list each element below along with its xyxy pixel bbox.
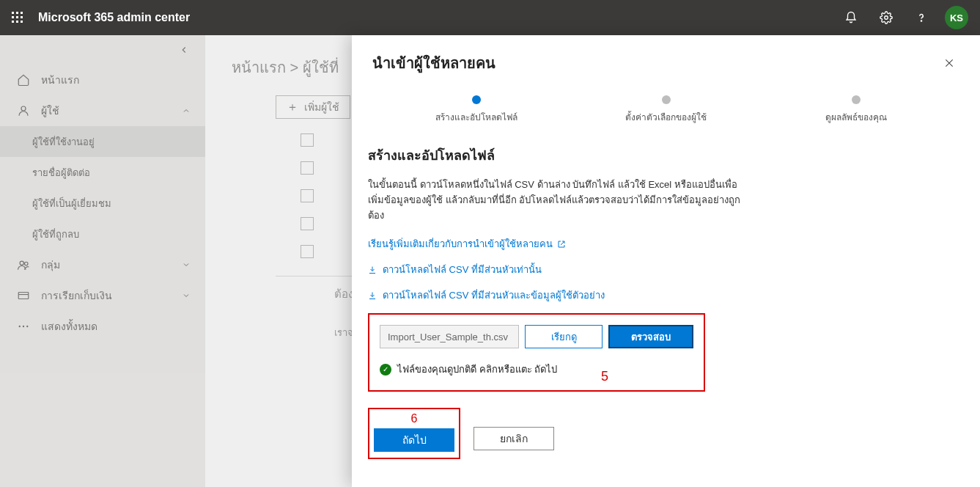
card-icon <box>15 289 32 302</box>
section-description: ในขั้นตอนนี้ ดาวน์โหลดหนึ่งในไฟล์ CSV ด้… <box>368 177 749 223</box>
close-icon[interactable] <box>939 53 959 73</box>
breadcrumb-current: ผู้ใช้ที่ <box>303 59 339 76</box>
success-icon: ✓ <box>380 364 391 376</box>
upload-block: เรียกดู ตรวจสอบ ✓ ไฟล์ของคุณดูปกติดี คลิ… <box>368 313 705 392</box>
home-icon <box>15 73 32 87</box>
notifications-icon[interactable] <box>833 0 869 35</box>
sidebar-item-home[interactable]: หน้าแรก <box>0 65 205 95</box>
checkbox[interactable] <box>301 161 314 175</box>
status-row: ✓ ไฟล์ของคุณดูปกติดี คลิกหรือแตะ ถัดไป <box>380 362 693 377</box>
import-users-panel: นำเข้าผู้ใช้หลายคน สร้างและอัปโหลดไฟล์ ต… <box>352 35 980 487</box>
sidebar-item-billing[interactable]: การเรียกเก็บเงิน <box>0 280 205 311</box>
step-label: สร้างและอัปโหลดไฟล์ <box>435 110 517 124</box>
checkbox[interactable] <box>301 189 314 202</box>
next-wrap: 6 ถัดไป <box>368 408 460 459</box>
step-label: ดูผลลัพธ์ของคุณ <box>825 110 887 124</box>
sidebar: หน้าแรก ผู้ใช้ ผู้ใช้ที่ใช้งานอยู่ รายชื… <box>0 35 205 487</box>
sidebar-item-label: ผู้ใช้ที่ใช้งานอยู่ <box>32 134 95 150</box>
gear-icon[interactable] <box>869 0 904 35</box>
step-options: ตั้งค่าตัวเลือกของผู้ใช้ <box>571 95 761 124</box>
download-icon <box>368 291 377 300</box>
download-icon <box>368 266 377 274</box>
button-label: เพิ่มผู้ใช้ <box>304 99 339 115</box>
download-headers-link[interactable]: ดาวน์โหลดไฟล์ CSV ที่มีส่วนหัวเท่านั้น <box>368 262 951 277</box>
add-user-button[interactable]: ＋ เพิ่มผู้ใช้ <box>276 95 350 119</box>
sidebar-sub-deleted[interactable]: ผู้ใช้ที่ถูกลบ <box>0 219 205 249</box>
annotation-6: 6 <box>374 412 454 425</box>
chevron-down-icon <box>182 291 191 300</box>
sidebar-item-label: แสดงทั้งหมด <box>41 318 97 334</box>
link-label: ดาวน์โหลดไฟล์ CSV ที่มีส่วนหัวเท่านั้น <box>383 262 542 277</box>
svg-point-1 <box>921 21 921 21</box>
app-title: Microsoft 365 admin center <box>38 11 190 24</box>
svg-point-7 <box>23 326 24 327</box>
app-launcher-icon[interactable] <box>6 6 29 29</box>
sidebar-item-showall[interactable]: แสดงทั้งหมด <box>0 311 205 342</box>
svg-point-3 <box>20 261 23 265</box>
svg-point-8 <box>26 326 28 327</box>
status-text: ไฟล์ของคุณดูปกติดี คลิกหรือแตะ ถัดไป <box>397 362 557 377</box>
sidebar-collapse-icon[interactable] <box>0 35 205 65</box>
checkbox[interactable] <box>301 217 314 230</box>
next-button[interactable]: ถัดไป <box>374 428 454 452</box>
link-label: ดาวน์โหลดไฟล์ CSV ที่มีส่วนหัวและข้อมูลผ… <box>383 288 605 303</box>
sidebar-item-label: ผู้ใช้ที่ถูกลบ <box>32 227 79 242</box>
people-icon <box>15 258 32 271</box>
avatar[interactable]: KS <box>945 6 968 29</box>
plus-icon: ＋ <box>287 100 298 115</box>
sidebar-sub-active-users[interactable]: ผู้ใช้ที่ใช้งานอยู่ <box>0 126 205 157</box>
cancel-button[interactable]: ยกเลิก <box>474 427 554 450</box>
sidebar-item-label: หน้าแรก <box>41 72 79 88</box>
help-icon[interactable] <box>904 0 939 35</box>
verify-button[interactable]: ตรวจสอบ <box>608 325 693 348</box>
top-bar: Microsoft 365 admin center KS <box>0 0 980 35</box>
step-label: ตั้งค่าตัวเลือกของผู้ใช้ <box>625 110 707 124</box>
sidebar-sub-contacts[interactable]: รายชื่อผู้ติดต่อ <box>0 157 205 188</box>
person-icon <box>15 104 32 117</box>
ellipsis-icon <box>15 320 32 333</box>
learn-more-link[interactable]: เรียนรู้เพิ่มเติมเกี่ยวกับการนำเข้าผู้ใช… <box>368 236 951 252</box>
external-link-icon <box>557 240 566 249</box>
svg-point-6 <box>19 326 21 327</box>
sidebar-item-label: ผู้ใช้ที่เป็นผู้เยี่ยมชม <box>32 196 111 211</box>
sidebar-item-label: กลุ่ม <box>41 257 60 273</box>
sidebar-item-label: รายชื่อผู้ติดต่อ <box>32 165 90 180</box>
annotation-5: 5 <box>601 369 608 384</box>
svg-point-4 <box>25 262 29 266</box>
sidebar-item-label: การเรียกเก็บเงิน <box>41 288 112 304</box>
panel-title: นำเข้าผู้ใช้หลายคน <box>372 51 495 75</box>
svg-rect-5 <box>18 293 29 299</box>
checkbox[interactable] <box>301 133 314 147</box>
section-title: สร้างและอัปโหลดไฟล์ <box>368 144 951 166</box>
link-label: เรียนรู้เพิ่มเติมเกี่ยวกับการนำเข้าผู้ใช… <box>368 236 553 252</box>
svg-point-0 <box>885 16 888 20</box>
wizard-steps: สร้างและอัปโหลดไฟล์ ตั้งค่าตัวเลือกของผู… <box>352 88 980 124</box>
step-results: ดูผลลัพธ์ของคุณ <box>761 95 951 124</box>
chevron-up-icon <box>182 106 191 115</box>
sidebar-item-groups[interactable]: กลุ่ม <box>0 249 205 280</box>
sidebar-item-label: ผู้ใช้ <box>41 103 59 119</box>
svg-point-2 <box>21 106 26 111</box>
download-sample-link[interactable]: ดาวน์โหลดไฟล์ CSV ที่มีส่วนหัวและข้อมูลผ… <box>368 288 951 303</box>
chevron-down-icon <box>182 260 191 269</box>
sidebar-sub-guest[interactable]: ผู้ใช้ที่เป็นผู้เยี่ยมชม <box>0 188 205 219</box>
file-name-input[interactable] <box>380 325 519 348</box>
breadcrumb-home[interactable]: หน้าแรก <box>232 59 286 76</box>
checkbox[interactable] <box>301 245 314 258</box>
step-upload: สร้างและอัปโหลดไฟล์ <box>381 95 571 124</box>
browse-button[interactable]: เรียกดู <box>525 325 603 348</box>
sidebar-item-users[interactable]: ผู้ใช้ <box>0 95 205 126</box>
